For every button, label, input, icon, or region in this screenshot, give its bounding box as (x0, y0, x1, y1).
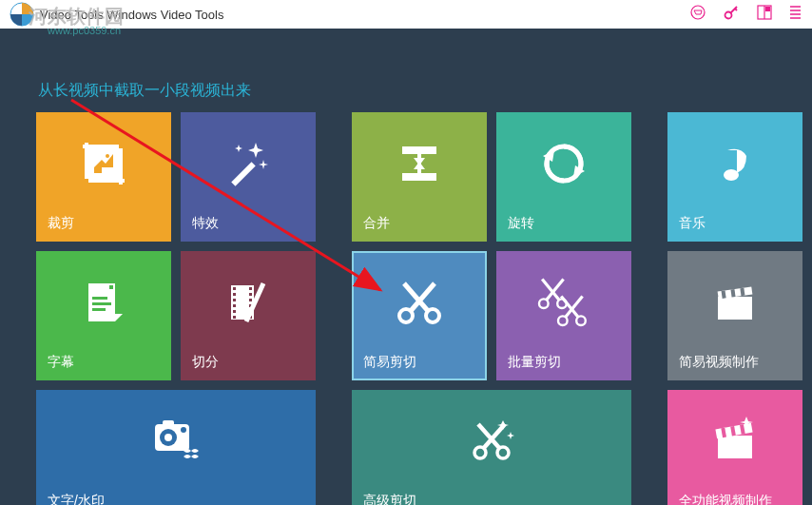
svg-marker-34 (414, 162, 425, 169)
svg-rect-80 (163, 420, 174, 426)
svg-point-12 (790, 6, 792, 8)
svg-rect-50 (233, 310, 236, 313)
clapboard-icon (667, 251, 802, 354)
svg-rect-25 (88, 179, 125, 183)
svg-point-79 (181, 427, 186, 433)
tiles-grid: 裁剪 特效 合并 旋转 音乐 字幕 切分 (36, 112, 812, 505)
svg-rect-54 (249, 299, 252, 301)
svg-line-69 (565, 297, 582, 318)
titlebar: Video Tools Windows Video Tools (0, 0, 812, 29)
tile-music[interactable]: 音乐 (667, 112, 802, 242)
svg-rect-46 (233, 287, 236, 290)
svg-point-15 (790, 17, 792, 19)
svg-rect-49 (233, 304, 236, 307)
svg-rect-52 (249, 287, 252, 290)
tile-subtitle[interactable]: 字幕 (36, 251, 171, 380)
merge-icon (352, 112, 487, 215)
tile-advanced-cut[interactable]: 高级剪切 (352, 390, 631, 505)
annotation-text: 从长视频中截取一小段视频出来 (38, 81, 251, 101)
subtitle-icon (36, 251, 171, 354)
tile-simple-video-make[interactable]: 简易视频制作 (667, 251, 802, 380)
tile-label: 音乐 (667, 215, 802, 232)
tile-merge[interactable]: 合并 (352, 112, 487, 242)
tile-label: 全功能视频制作 (667, 493, 802, 505)
svg-rect-30 (402, 146, 436, 154)
tile-full-video-make[interactable]: 全功能视频制作 (667, 390, 802, 505)
svg-marker-86 (507, 432, 514, 439)
tile-crop[interactable]: 裁剪 (36, 112, 171, 242)
tile-simple-cut[interactable]: 简易剪切 (352, 251, 487, 380)
settings-icon[interactable] (789, 5, 802, 24)
crop-icon (36, 112, 171, 215)
tile-split[interactable]: 切分 (181, 251, 316, 380)
tile-effects[interactable]: 特效 (181, 112, 316, 242)
svg-rect-53 (249, 293, 252, 296)
svg-rect-7 (765, 7, 770, 11)
batch-cut-icon (496, 251, 631, 354)
svg-marker-27 (248, 143, 263, 158)
svg-point-13 (790, 10, 792, 11)
svg-line-66 (542, 280, 559, 301)
effects-icon (181, 112, 316, 215)
tile-label: 字幕 (36, 354, 171, 371)
cart-icon[interactable] (690, 5, 706, 24)
svg-rect-19 (94, 167, 102, 173)
svg-rect-51 (233, 316, 236, 319)
svg-rect-26 (231, 162, 255, 185)
tile-label: 文字/水印 (36, 493, 316, 505)
tile-label: 切分 (181, 354, 316, 371)
svg-rect-41 (92, 297, 107, 300)
tile-batch-cut[interactable]: 批量剪切 (496, 251, 631, 380)
app-logo (10, 2, 34, 27)
tile-label: 旋转 (496, 215, 631, 232)
svg-rect-31 (402, 173, 436, 181)
svg-rect-71 (718, 297, 752, 320)
window-title: Video Tools Windows Video Tools (40, 8, 223, 22)
svg-rect-48 (233, 299, 236, 301)
svg-marker-44 (115, 314, 123, 321)
svg-rect-43 (92, 308, 106, 311)
svg-rect-40 (109, 285, 113, 289)
svg-point-78 (164, 434, 172, 441)
music-icon (667, 112, 802, 215)
tile-label: 裁剪 (36, 215, 171, 232)
layout-icon[interactable] (757, 5, 772, 24)
tile-label: 批量剪切 (496, 354, 631, 371)
tile-label: 高级剪切 (352, 493, 631, 505)
svg-rect-42 (92, 302, 111, 305)
svg-point-14 (790, 13, 792, 15)
split-icon (181, 251, 316, 354)
svg-marker-29 (235, 145, 242, 152)
tile-text-watermark[interactable]: 文字/水印 (36, 390, 316, 505)
key-icon[interactable] (723, 4, 740, 25)
svg-rect-87 (718, 436, 752, 458)
titlebar-actions (690, 4, 802, 25)
svg-point-37 (724, 169, 739, 181)
svg-rect-47 (233, 293, 236, 296)
svg-marker-28 (259, 160, 268, 169)
svg-point-1 (691, 6, 705, 19)
tile-rotate[interactable]: 旋转 (496, 112, 631, 242)
advanced-cut-icon (352, 390, 631, 493)
rotate-icon (496, 112, 631, 215)
watermark-icon (36, 390, 316, 493)
scissors-icon (352, 251, 487, 354)
svg-line-4 (735, 9, 737, 10)
full-video-icon (667, 390, 802, 493)
svg-rect-23 (83, 145, 119, 148)
tile-label: 简易视频制作 (667, 354, 802, 371)
svg-line-83 (483, 424, 505, 449)
tile-label: 简易剪切 (352, 354, 487, 371)
tile-label: 特效 (181, 215, 316, 232)
svg-line-84 (478, 424, 500, 449)
svg-point-21 (106, 154, 109, 158)
tile-label: 合并 (352, 215, 487, 232)
